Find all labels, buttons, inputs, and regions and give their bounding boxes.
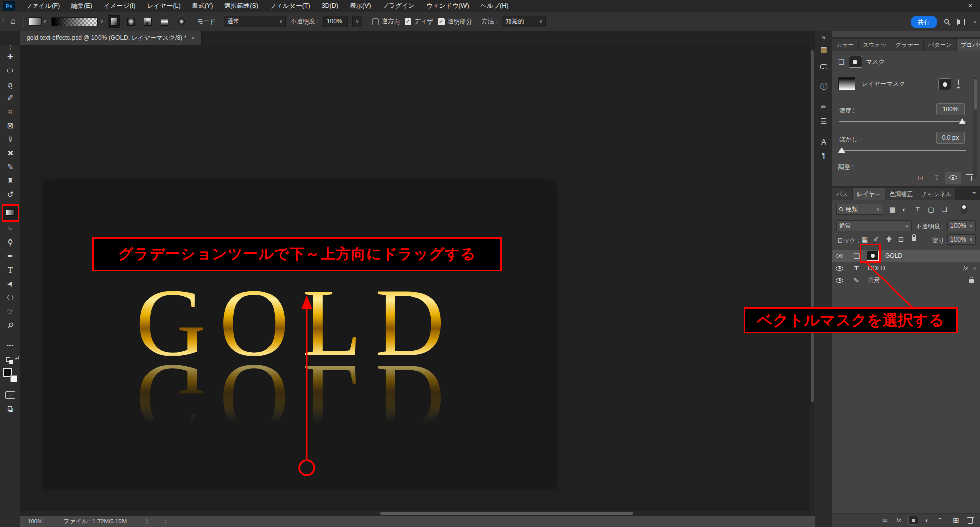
transparency-checkbox-group[interactable]: ✓ 透明部分 — [438, 17, 472, 26]
filter-type-layers-icon[interactable]: T — [916, 204, 920, 215]
adjustments-panel-icon[interactable]: ☰ — [815, 117, 832, 125]
menu-window[interactable]: ウィンドウ(W) — [421, 0, 475, 12]
menu-image[interactable]: イメージ(I) — [98, 0, 141, 12]
tab-paths[interactable]: パス — [832, 188, 852, 200]
layer-filter-select[interactable]: ⚲ 種類 ∨ — [836, 204, 883, 215]
dither-checkbox-group[interactable]: ✓ ディザ — [405, 17, 433, 26]
angle-gradient-button[interactable] — [141, 15, 154, 28]
info-panel-icon[interactable]: ⓘ — [815, 82, 832, 91]
minimize-button[interactable]: — — [922, 0, 941, 12]
select-vector-mask-button[interactable] — [958, 79, 959, 87]
new-group-icon[interactable] — [935, 514, 948, 526]
character-panel-icon[interactable]: A — [815, 137, 832, 146]
filter-toggle[interactable] — [961, 204, 967, 214]
tool-preset-picker[interactable]: ∨ — [29, 17, 47, 26]
move-tool[interactable]: ✚ — [2, 50, 19, 63]
filter-pixel-layers-icon[interactable]: ▤ — [889, 204, 895, 215]
lasso-tool[interactable]: ϱ — [2, 78, 19, 91]
panel-menu-icon[interactable]: ≡ — [972, 187, 976, 200]
menu-layer[interactable]: レイヤー(L) — [141, 0, 186, 12]
tab-patterns[interactable]: パターン — [924, 39, 956, 51]
reverse-checkbox[interactable] — [372, 18, 379, 25]
close-tab-icon[interactable]: × — [191, 35, 195, 42]
home-icon[interactable]: ⌂ — [8, 16, 19, 27]
canvas-area[interactable]: GOLD GOLD — [20, 45, 810, 516]
zoom-level[interactable]: 100% — [20, 516, 50, 527]
swap-colors-icon[interactable]: ⇄ — [2, 353, 19, 366]
zoom-tool[interactable]: ⚲ — [2, 319, 19, 332]
delete-mask-icon[interactable] — [962, 172, 977, 184]
canvas-vertical-scrollbar[interactable] — [810, 45, 815, 511]
layers-opacity-input[interactable]: 100% ∨ — [947, 220, 976, 231]
diamond-gradient-button[interactable] — [175, 15, 187, 28]
opacity-input[interactable]: 100% — [323, 16, 348, 27]
tab-gradients[interactable]: グラデー — [891, 39, 923, 51]
mask-visibility-icon[interactable] — [945, 172, 961, 184]
menu-select[interactable]: 選択範囲(S) — [218, 0, 264, 12]
lock-transparency-icon[interactable]: ▦ — [862, 235, 868, 243]
type-tool[interactable]: T — [2, 264, 19, 277]
restore-button[interactable] — [941, 0, 961, 12]
chevron-down-icon[interactable]: ∨ — [973, 19, 977, 25]
apply-mask-icon[interactable]: ↧ — [929, 172, 944, 184]
chevron-down-icon[interactable]: ∨ — [972, 266, 976, 271]
filter-smart-objects-icon[interactable]: ❏ — [941, 204, 947, 215]
clone-stamp-tool[interactable]: ♜ — [2, 174, 19, 187]
status-prev-icon[interactable]: 〈 — [156, 518, 172, 525]
new-layer-icon[interactable]: ⊞ — [949, 514, 963, 526]
healing-brush-tool[interactable]: ✚ — [2, 147, 19, 160]
tab-swatches[interactable]: スウォッ — [859, 39, 891, 51]
paragraph-panel-icon[interactable]: ¶ — [815, 151, 832, 159]
reverse-checkbox-group[interactable]: 逆方向 — [372, 17, 400, 26]
tab-layers[interactable]: レイヤー — [853, 188, 885, 200]
dodge-tool[interactable]: ⚲ — [2, 236, 19, 249]
adjustment-layer-icon[interactable]: ◐ — [921, 514, 934, 526]
menu-3d[interactable]: 3D(D) — [316, 0, 344, 12]
history-brush-tool[interactable]: ↺ — [2, 188, 19, 201]
density-slider-handle[interactable] — [959, 118, 966, 124]
edit-toolbar-button[interactable]: ••• — [2, 339, 19, 352]
photoshop-logo[interactable]: Ps — [3, 1, 15, 11]
search-icon[interactable]: ⚲ — [942, 16, 953, 28]
visibility-toggle[interactable] — [832, 274, 847, 286]
menu-view[interactable]: 表示(V) — [344, 0, 377, 12]
layer-mask-thumbnail[interactable] — [838, 77, 855, 90]
layer-effects-badge[interactable]: fx ∨ — [963, 265, 976, 272]
crop-tool[interactable]: ⌗ — [2, 105, 19, 118]
menu-file[interactable]: ファイル(F) — [20, 0, 65, 12]
feather-value[interactable]: 0.0 px — [936, 132, 965, 144]
feather-slider[interactable] — [839, 150, 966, 151]
menu-filter[interactable]: フィルター(T) — [264, 0, 316, 12]
document-tab[interactable]: gold-text-effects.psd @ 100% (GOLD, レイヤー… — [20, 31, 202, 45]
dither-checkbox[interactable]: ✓ — [405, 18, 411, 25]
hand-tool[interactable]: ☞ — [2, 305, 19, 318]
method-select[interactable]: 知覚的 ∨ — [502, 16, 546, 27]
tab-channels[interactable]: チャンネル — [917, 188, 955, 200]
visibility-toggle[interactable] — [832, 262, 847, 274]
layer-row-gold-smart[interactable]: ❏ GOLD — [832, 250, 980, 262]
select-pixel-mask-button[interactable] — [938, 78, 951, 90]
menu-help[interactable]: ヘルプ(H) — [475, 0, 514, 12]
quick-selection-tool[interactable]: ✐ — [2, 91, 19, 105]
density-slider[interactable] — [839, 121, 966, 122]
layer-style-icon[interactable]: fx — [892, 514, 905, 526]
brush-settings-panel-icon[interactable]: ✏ — [815, 103, 832, 111]
lock-pixels-icon[interactable]: ✐ — [874, 235, 879, 243]
delete-layer-icon[interactable] — [964, 514, 977, 526]
background-layer-thumbnail[interactable]: ✎ — [851, 276, 862, 285]
layers-blend-mode-select[interactable]: 通常 ∨ — [836, 220, 912, 231]
add-mask-icon[interactable] — [906, 514, 920, 526]
density-value[interactable]: 100% — [936, 103, 965, 115]
link-layers-icon[interactable]: ∞ — [878, 514, 891, 526]
menu-plugins[interactable]: プラグイン — [377, 0, 421, 12]
eyedropper-tool[interactable]: ✑ — [2, 133, 19, 146]
artboard-panel-icon[interactable]: ▦ — [815, 45, 832, 54]
share-button[interactable]: 共有 — [911, 16, 937, 28]
tab-tone-correction[interactable]: 色調補正 — [885, 188, 917, 200]
close-button[interactable]: ✕ — [961, 0, 980, 12]
background-color[interactable] — [10, 375, 17, 382]
marquee-tool[interactable]: ◌ — [2, 64, 19, 77]
shape-tool[interactable]: ⎔ — [2, 291, 19, 304]
collapse-panels-icon[interactable]: » — [815, 33, 832, 41]
layer-name[interactable]: GOLD — [885, 252, 902, 259]
